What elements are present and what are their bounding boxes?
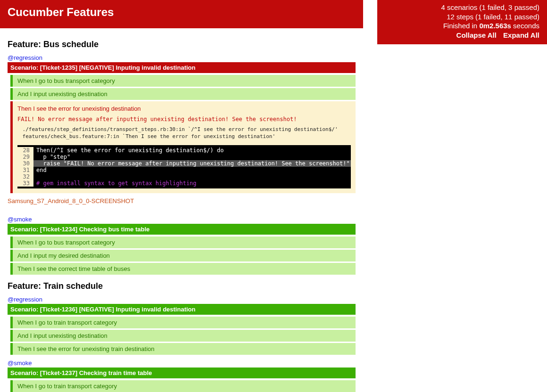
code-text: [33, 173, 351, 180]
code-text: Then(/^I see the error for unexisting de…: [33, 147, 351, 154]
line-number: 31: [17, 167, 33, 173]
tag-link[interactable]: @regression: [8, 54, 42, 61]
code-line: 28Then(/^I see the error for unexisting …: [17, 147, 351, 154]
screenshot-link[interactable]: Samsung_S7_Android_8_0_0-SCREENSHOT: [8, 197, 134, 204]
scenario-block: @regressionScenario: [Ticket-1235] [NEGA…: [8, 54, 356, 211]
collapse-all-link[interactable]: Collapse All: [456, 31, 497, 39]
feature-title: Feature: Train schedule: [8, 281, 356, 291]
step-name: Then I see the error for unexisting dest…: [17, 105, 351, 112]
code-text: end: [33, 167, 351, 173]
code-line: 29 p "step": [17, 154, 351, 160]
scenario-block: @smokeScenario: [Ticket-1234] Checking b…: [8, 216, 356, 275]
line-number: 32: [17, 173, 33, 180]
step-passed: And I input unexisting destination: [10, 88, 356, 100]
page-title: Cucumber Features: [8, 6, 356, 19]
scenario-header[interactable]: Scenario: [Ticket-1235] [NEGATIVE] Input…: [8, 62, 356, 73]
scenario-header[interactable]: Scenario: [Ticket-1234] Checking bus tim…: [8, 224, 356, 235]
code-text: # gem install syntax to get syntax highl…: [33, 180, 351, 187]
code-line: 31end: [17, 167, 351, 173]
code-text: raise "FAIL! No error message after inpu…: [33, 160, 351, 167]
step-passed: Then I see the error for unexisting trai…: [10, 343, 356, 355]
features-container: Feature: Bus schedule@regressionScenario…: [0, 28, 363, 392]
summary-scenarios: 4 scenarios (1 failed, 3 passed): [385, 3, 539, 12]
line-number: 29: [17, 154, 33, 160]
scenario-block: @smokeScenario: [Ticket-1237] Checking t…: [8, 359, 356, 392]
code-snippet: 28Then(/^I see the error for unexisting …: [17, 145, 351, 188]
step-failed: Then I see the error for unexisting dest…: [10, 101, 356, 193]
step-passed: And I input my desired destination: [10, 250, 356, 261]
line-number: 33: [17, 180, 33, 187]
summary-box: 4 scenarios (1 failed, 3 passed) 12 step…: [377, 0, 547, 44]
code-text: p "step": [33, 154, 351, 160]
feature-title: Feature: Bus schedule: [8, 40, 356, 49]
summary-duration: Finished in 0m2.563s seconds: [385, 21, 539, 31]
code-line: 33# gem install syntax to get syntax hig…: [17, 180, 351, 187]
header-bar: Cucumber Features: [0, 0, 363, 28]
line-number: 28: [17, 147, 33, 154]
summary-steps: 12 steps (1 failed, 11 passed): [385, 12, 539, 22]
stack-trace: ./features/step_definitions/transport_st…: [19, 126, 351, 140]
scenario-header[interactable]: Scenario: [Ticket-1237] Checking train t…: [8, 368, 356, 378]
step-passed: When I go to bus transport category: [10, 75, 356, 87]
step-passed: When I go to bus transport category: [10, 237, 356, 248]
step-passed: When I go to train transport category: [10, 317, 356, 328]
tag-link[interactable]: @smoke: [8, 359, 32, 367]
expand-all-link[interactable]: Expand All: [503, 31, 539, 39]
step-passed: When I go to train transport category: [10, 380, 356, 392]
step-passed: Then I see the correct time table of bus…: [10, 263, 356, 275]
code-line: 30 raise "FAIL! No error message after i…: [17, 160, 351, 167]
tag-link[interactable]: @regression: [8, 296, 42, 303]
scenario-header[interactable]: Scenario: [Ticket-1236] [NEGATIVE] Input…: [8, 304, 356, 315]
step-passed: And I input unexisting destination: [10, 330, 356, 342]
summary-links: Collapse All Expand All: [385, 31, 539, 40]
code-line: 32: [17, 173, 351, 180]
error-message: FAIL! No error message after inputting u…: [17, 116, 351, 122]
tag-link[interactable]: @smoke: [8, 216, 32, 223]
line-number: 30: [17, 160, 33, 167]
scenario-block: @regressionScenario: [Ticket-1236] [NEGA…: [8, 296, 356, 355]
